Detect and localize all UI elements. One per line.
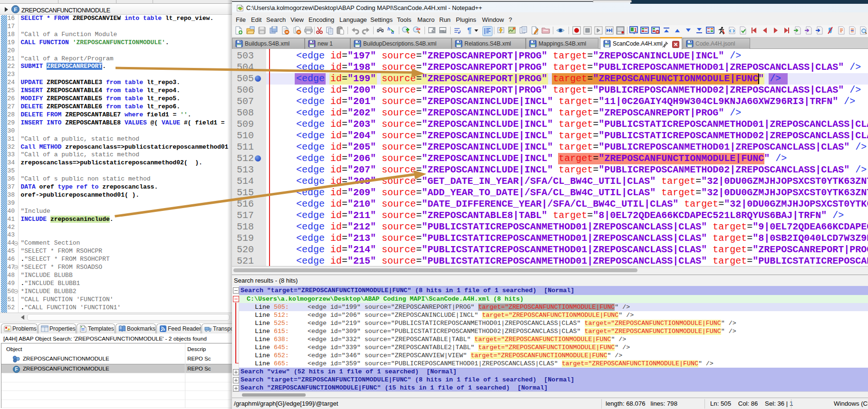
svg-text:F: F (15, 367, 18, 372)
svg-text:F: F (14, 7, 17, 12)
svg-text:1: 1 (634, 28, 637, 33)
svg-text:h: h (387, 26, 390, 31)
svg-text:¶: ¶ (467, 27, 472, 35)
